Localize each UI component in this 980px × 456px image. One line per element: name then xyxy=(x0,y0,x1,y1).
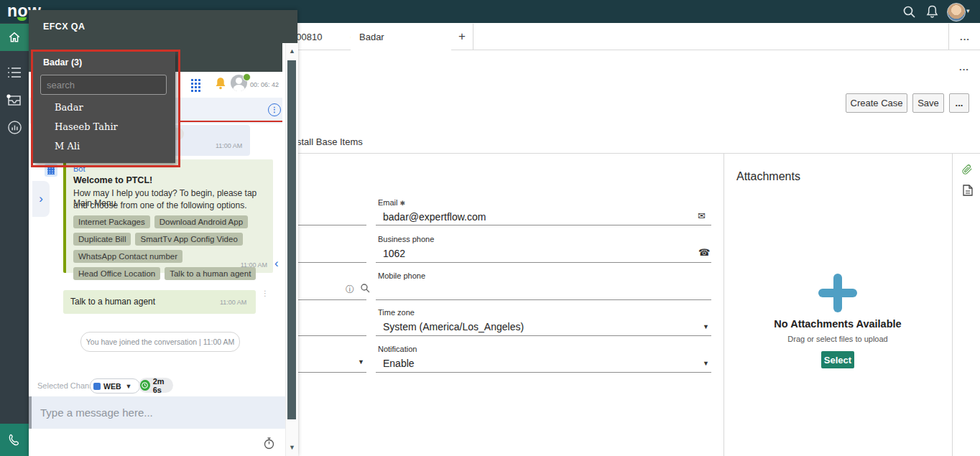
select-caret-icon[interactable]: ▼ xyxy=(703,360,709,367)
web-channel-icon xyxy=(93,383,101,390)
user-avatar[interactable] xyxy=(947,3,966,22)
document-icon[interactable] xyxy=(963,185,973,199)
app-root: now ▾ 000810 ⊗ xyxy=(0,0,980,456)
chevron-left-icon: ‹ xyxy=(274,256,279,270)
attachments-hint-text: Drag or select files to upload xyxy=(724,335,952,343)
global-search-icon[interactable] xyxy=(902,5,916,22)
overlay-title-bar: EFCX QA xyxy=(29,10,297,43)
chat-scrollbar[interactable]: ▲ ▼ xyxy=(285,43,298,456)
chat-duration-badge: 2m 6s xyxy=(139,378,173,393)
sidebar-item-list[interactable] xyxy=(0,59,29,86)
field-underline xyxy=(376,335,711,336)
bot-message-body-line2: and choose from one of the following opt… xyxy=(73,200,247,210)
more-icon: ... xyxy=(959,62,969,73)
bot-message-bubble: Bot Welcome to PTCL! How may I help you … xyxy=(63,159,273,273)
notification-label: Notification xyxy=(378,345,417,353)
channel-select[interactable]: WEB ▼ xyxy=(90,378,140,394)
bot-quick-replies: Internet Packages Download Android App D… xyxy=(73,215,267,280)
attachments-divider xyxy=(724,153,724,456)
chat-options-icon[interactable]: ⋮ xyxy=(268,103,281,116)
notifications-bell-icon[interactable] xyxy=(925,4,939,22)
message-time: 11:00 AM xyxy=(220,299,246,306)
channel-value: WEB xyxy=(103,382,121,391)
quick-reply-chip[interactable]: SmartTv App Config Video xyxy=(135,233,242,246)
section-divider xyxy=(297,153,980,154)
create-case-button[interactable]: Create Case xyxy=(846,93,907,113)
chat-collapse-button[interactable]: ‹ xyxy=(274,256,279,271)
sidebar-item-phone[interactable] xyxy=(0,424,29,456)
quick-reply-chip[interactable]: Duplicate Bill xyxy=(73,233,131,246)
annotation-line xyxy=(178,121,282,122)
tab-bar-more-button[interactable]: ... xyxy=(948,24,980,50)
reference-search-icon[interactable] xyxy=(360,283,370,296)
annotation-highlight-box xyxy=(31,50,180,167)
select-caret-icon[interactable]: ▼ xyxy=(703,323,709,330)
field-underline xyxy=(297,372,366,373)
stopwatch-icon[interactable] xyxy=(264,437,274,452)
field-underline xyxy=(376,372,711,373)
required-icon: ✱ xyxy=(400,200,406,207)
sidebar-item-dashboard[interactable] xyxy=(0,113,29,141)
field-underline xyxy=(297,225,366,225)
rail-divider xyxy=(952,153,953,456)
caret-down-icon: ▼ xyxy=(126,383,132,390)
time-zone-select[interactable]: System (America/Los_Angeles) xyxy=(383,321,524,332)
scroll-down-icon[interactable]: ▼ xyxy=(289,444,295,451)
customer-message-bubble: Talk to a human agent 11:00 AM xyxy=(63,290,256,314)
left-sidebar xyxy=(0,23,29,456)
field-underline xyxy=(297,335,366,336)
clock-icon xyxy=(140,380,150,391)
chat-bottom-bar xyxy=(29,429,282,456)
tab-add-button[interactable]: + xyxy=(451,24,473,50)
add-attachment-plus-icon[interactable] xyxy=(818,274,857,312)
scroll-up-icon[interactable]: ▲ xyxy=(289,47,295,55)
session-timer: 00: 06: 42 xyxy=(250,81,279,88)
select-files-button[interactable]: Select xyxy=(821,351,854,368)
time-zone-label: Time zone xyxy=(378,308,415,317)
more-icon: ... xyxy=(960,32,970,42)
field-underline xyxy=(376,225,711,225)
reference-info-icon[interactable]: ⓘ xyxy=(346,284,354,296)
message-time: 11:00 AM xyxy=(216,142,242,149)
related-list-tab[interactable]: stall Base Items xyxy=(297,136,363,147)
quick-reply-chip[interactable]: WhatsApp Contact number xyxy=(73,250,182,263)
more-icon: ... xyxy=(956,98,963,108)
quick-reply-chip[interactable]: Talk to a human agent xyxy=(165,267,256,280)
quick-reply-chip[interactable]: Internet Packages xyxy=(73,215,150,228)
attachments-title: Attachments xyxy=(736,170,800,183)
quick-reply-chip[interactable]: Download Android App xyxy=(154,215,248,228)
tab-bar-spacer xyxy=(473,24,948,50)
email-field[interactable]: badar@expertflow.com xyxy=(383,211,486,223)
email-field-label: Email ✱ xyxy=(378,198,405,207)
bot-message-title: Welcome to PTCL! xyxy=(73,175,152,185)
select-caret-icon[interactable]: ▼ xyxy=(358,358,364,366)
scrollbar-thumb[interactable] xyxy=(287,60,296,419)
message-input-area[interactable] xyxy=(29,396,285,429)
agent-status-dot xyxy=(243,73,251,81)
no-attachments-text: No Attachments Available xyxy=(724,318,952,330)
paperclip-icon[interactable] xyxy=(961,163,973,178)
email-icon: ✉ xyxy=(698,210,706,221)
save-button[interactable]: Save xyxy=(912,93,944,113)
quick-reply-chip[interactable]: Head Office Location xyxy=(73,267,160,280)
chat-expand-button[interactable]: › xyxy=(32,181,50,217)
form-more-actions-button[interactable]: ... xyxy=(949,93,969,113)
sidebar-item-home[interactable] xyxy=(0,24,29,51)
chat-bell-icon[interactable] xyxy=(214,76,227,94)
business-phone-field[interactable]: 1062 xyxy=(383,248,405,259)
field-underline xyxy=(376,299,711,300)
dialpad-icon[interactable] xyxy=(190,78,201,92)
notification-select[interactable]: Enable xyxy=(383,358,415,369)
tab-add-icon: + xyxy=(458,29,466,44)
field-underline xyxy=(297,299,366,300)
duration-text: 2m 6s xyxy=(153,377,173,394)
customer-message-text: Talk to a human agent xyxy=(70,297,155,307)
phone-icon: ☎ xyxy=(698,247,710,258)
message-menu-icon[interactable]: ⋮ xyxy=(262,292,269,295)
field-underline xyxy=(297,262,366,263)
sidebar-item-inbox[interactable] xyxy=(0,86,29,113)
message-time: 11:00 AM xyxy=(241,261,267,269)
message-input[interactable] xyxy=(39,406,272,419)
user-menu-caret-icon[interactable]: ▾ xyxy=(966,7,970,14)
form-context-menu-button[interactable]: ... xyxy=(956,62,973,75)
